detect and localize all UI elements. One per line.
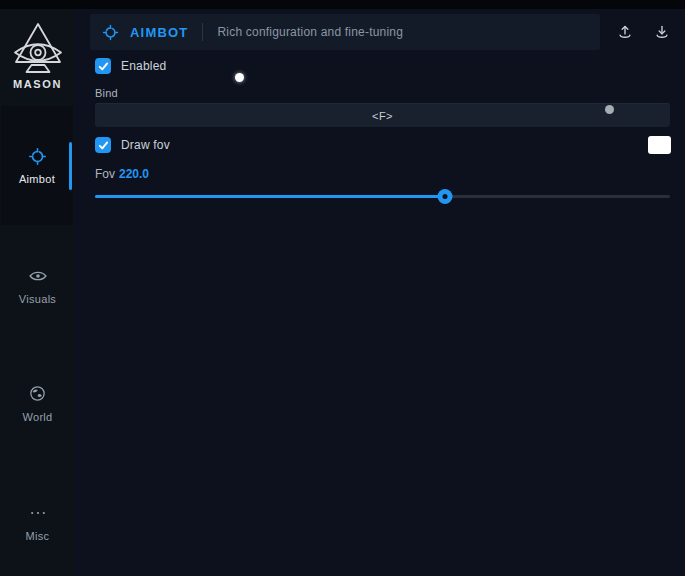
fov-slider-handle[interactable] (438, 189, 453, 204)
eye-icon (28, 266, 48, 286)
fov-slider-fill (95, 195, 445, 198)
cursor-dot (235, 73, 244, 82)
active-indicator-bar (69, 142, 72, 190)
config-actions (615, 14, 672, 50)
enabled-row: Enabled (95, 58, 166, 74)
eye-pyramid-logo-icon (0, 21, 75, 75)
bind-label: Bind (95, 87, 118, 99)
sidebar-item-world[interactable]: World (0, 377, 75, 429)
checkmark-icon (98, 140, 109, 151)
section-subtitle: Rich configuration and fine-tuning (217, 25, 403, 39)
download-config-button[interactable] (652, 22, 672, 42)
bind-key-value: <F> (372, 110, 393, 122)
upload-config-button[interactable] (615, 22, 635, 42)
draw-fov-label: Draw fov (121, 138, 170, 152)
sidebar-item-misc[interactable]: Misc (0, 496, 75, 548)
sidebar-item-label: Misc (26, 530, 50, 542)
enabled-label: Enabled (121, 59, 166, 73)
fov-value: 220.0 (119, 167, 149, 181)
sidebar-item-label: World (22, 411, 52, 423)
mason-logo: MASON (0, 21, 75, 90)
sidebar-item-aimbot[interactable]: Aimbot (1, 106, 73, 225)
crosshair-icon (28, 146, 47, 166)
section-header: AIMBOT Rich configuration and fine-tunin… (90, 14, 600, 50)
globe-icon (28, 384, 47, 404)
checkmark-icon (98, 61, 109, 72)
fov-value-line: Fov220.0 (95, 167, 149, 181)
draw-fov-row: Draw fov (95, 137, 170, 153)
window-top-strip (0, 0, 685, 9)
header-divider (202, 23, 203, 41)
enabled-checkbox[interactable] (95, 58, 111, 74)
main-content: AIMBOT Rich configuration and fine-tunin… (75, 9, 685, 576)
fov-label: Fov (95, 167, 115, 181)
sidebar-item-visuals[interactable]: Visuals (0, 259, 75, 311)
cursor-dot (605, 105, 614, 114)
ellipsis-icon (28, 503, 48, 523)
bind-key-input[interactable]: <F> (95, 103, 670, 127)
mason-app-window: MASON Aimbot Visuals (0, 0, 685, 576)
crosshair-icon (102, 24, 119, 41)
logo-wordmark: MASON (0, 78, 75, 90)
fov-slider[interactable] (95, 188, 670, 204)
draw-fov-checkbox[interactable] (95, 137, 111, 153)
sidebar-item-label: Aimbot (19, 173, 55, 185)
fov-color-swatch[interactable] (648, 136, 671, 154)
sidebar-item-label: Visuals (19, 293, 56, 305)
section-title: AIMBOT (130, 25, 188, 40)
sidebar: MASON Aimbot Visuals (0, 9, 75, 576)
